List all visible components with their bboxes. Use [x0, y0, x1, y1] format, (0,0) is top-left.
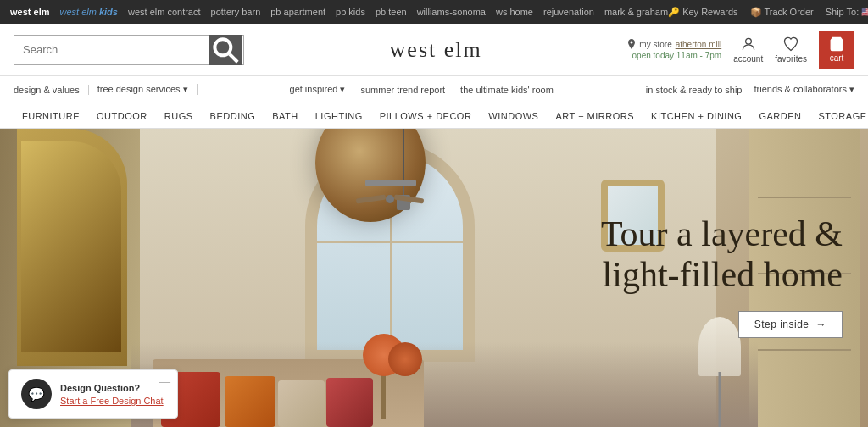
brand-contract[interactable]: west elm contract	[128, 7, 201, 17]
chat-title: Design Question?	[60, 383, 164, 393]
hero-heading: Tour a layered & light-filled home	[601, 214, 843, 296]
header-right: my store atherton mill open today 11am -…	[627, 31, 854, 69]
account-icon	[740, 36, 757, 53]
account-button[interactable]: account	[733, 36, 763, 64]
brand-pb-kids[interactable]: pb kids	[336, 7, 365, 17]
chat-link[interactable]: Start a Free Design Chat	[60, 396, 164, 406]
my-store-label: my store	[639, 39, 671, 50]
favorites-button[interactable]: favorites	[775, 36, 807, 64]
brand-pb-teen[interactable]: pb teen	[376, 7, 407, 17]
brand-rejuvenation[interactable]: rejuvenation	[543, 7, 594, 17]
track-order-link[interactable]: 📦 Track Order	[750, 7, 814, 18]
top-right-links: 🔑 Key Rewards 📦 Track Order Ship To: 🇺🇸	[668, 7, 868, 18]
search-area	[14, 35, 244, 65]
nav-furniture[interactable]: FURNITURE	[14, 111, 88, 121]
svg-line-1	[230, 53, 238, 62]
search-icon	[209, 34, 242, 66]
nav-bedding[interactable]: BEDDING	[202, 111, 264, 121]
search-input[interactable]	[14, 43, 209, 56]
nav-bath[interactable]: BATH	[264, 111, 307, 121]
step-inside-button[interactable]: Step inside →	[738, 311, 843, 338]
secondary-right-links: in stock & ready to ship friends & colla…	[646, 84, 854, 95]
pillow-darkred	[326, 378, 373, 427]
key-rewards-link[interactable]: 🔑 Key Rewards	[668, 7, 737, 18]
brand-west-elm-kids[interactable]: west elm kids	[59, 7, 117, 17]
chat-icon: 💬	[21, 379, 52, 409]
cart-button[interactable]: cart	[819, 31, 854, 69]
nav-pillows-decor[interactable]: PILLOWS + DECOR	[371, 111, 481, 121]
arch-door-inner	[21, 141, 121, 352]
ship-to-link[interactable]: Ship To: 🇺🇸	[826, 7, 868, 18]
hero-section: Tour a layered & light-filled home Step …	[0, 129, 868, 427]
header: west elm my store atherton mill open tod…	[0, 24, 868, 76]
pillow-orange	[225, 376, 275, 427]
hero-heading-line1: Tour a layered &	[601, 214, 843, 253]
chat-widget[interactable]: 💬 Design Question? Start a Free Design C…	[8, 369, 178, 419]
flowers	[381, 359, 386, 419]
brand-williams-sonoma[interactable]: williams-sonoma	[417, 7, 486, 17]
store-name[interactable]: atherton mill	[676, 39, 721, 50]
top-bar: west elm west elm kids west elm contract…	[0, 0, 868, 24]
store-label: my store atherton mill	[627, 39, 721, 50]
chat-text: Design Question? Start a Free Design Cha…	[60, 383, 164, 406]
brand-mark-graham[interactable]: mark & graham	[604, 7, 668, 17]
favorites-label: favorites	[775, 54, 807, 64]
design-values-link[interactable]: design & values	[14, 85, 89, 95]
svg-point-0	[214, 39, 231, 55]
store-info: my store atherton mill open today 11am -…	[627, 39, 721, 61]
brand-pb-apartment[interactable]: pb apartment	[270, 7, 326, 17]
nav-kitchen-dining[interactable]: KITCHEN + DINING	[643, 111, 750, 121]
chat-close-button[interactable]: —	[159, 374, 170, 388]
nav-art-mirrors[interactable]: ART + MIRRORS	[547, 111, 643, 121]
hero-heading-line2: light-filled home	[603, 255, 843, 294]
nav-rugs[interactable]: RUGS	[156, 111, 202, 121]
hero-text: Tour a layered & light-filled home Step …	[601, 214, 843, 338]
ceiling-fixture	[390, 129, 416, 210]
heart-icon	[782, 36, 799, 53]
step-inside-label: Step inside	[754, 319, 810, 330]
account-label: account	[733, 54, 763, 64]
step-inside-arrow: →	[816, 319, 827, 330]
search-button[interactable]	[209, 35, 242, 65]
nav-storage[interactable]: STORAGE	[810, 111, 868, 121]
brand-ws-home[interactable]: ws home	[496, 7, 533, 17]
brand-pottery-barn[interactable]: pottery barn	[211, 7, 261, 17]
secondary-left-links: design & values free design services ▾	[14, 84, 198, 95]
nav-garden[interactable]: GARDEN	[750, 111, 810, 121]
kids-room-link[interactable]: the ultimate kids' room	[460, 85, 554, 95]
secondary-nav: design & values free design services ▾ g…	[0, 76, 868, 103]
secondary-center-links: get inspired ▾ summer trend report the u…	[198, 84, 646, 95]
brand-links: west elm west elm kids west elm contract…	[10, 7, 668, 17]
cart-label: cart	[830, 53, 844, 63]
cart-icon	[829, 36, 844, 52]
store-hours: open today 11am - 7pm	[627, 50, 721, 61]
hero-background: Tour a layered & light-filled home Step …	[0, 129, 868, 427]
main-nav: FURNITURE OUTDOOR RUGS BEDDING BATH LIGH…	[0, 103, 868, 129]
summer-trend-link[interactable]: summer trend report	[360, 85, 445, 95]
nav-lighting[interactable]: LIGHTING	[307, 111, 371, 121]
in-stock-link[interactable]: in stock & ready to ship	[646, 85, 743, 95]
friends-link[interactable]: friends & collaborators ▾	[754, 84, 855, 95]
design-services-link[interactable]: free design services ▾	[89, 84, 198, 95]
get-inspired-link[interactable]: get inspired ▾	[290, 84, 346, 95]
nav-windows[interactable]: WINDOWS	[480, 111, 547, 121]
location-icon	[627, 39, 636, 49]
brand-west-elm[interactable]: west elm	[10, 7, 49, 17]
nav-outdoor[interactable]: OUTDOOR	[88, 111, 156, 121]
site-logo[interactable]: west elm	[244, 37, 627, 63]
pillow-beige	[278, 380, 325, 427]
svg-point-2	[745, 38, 751, 44]
